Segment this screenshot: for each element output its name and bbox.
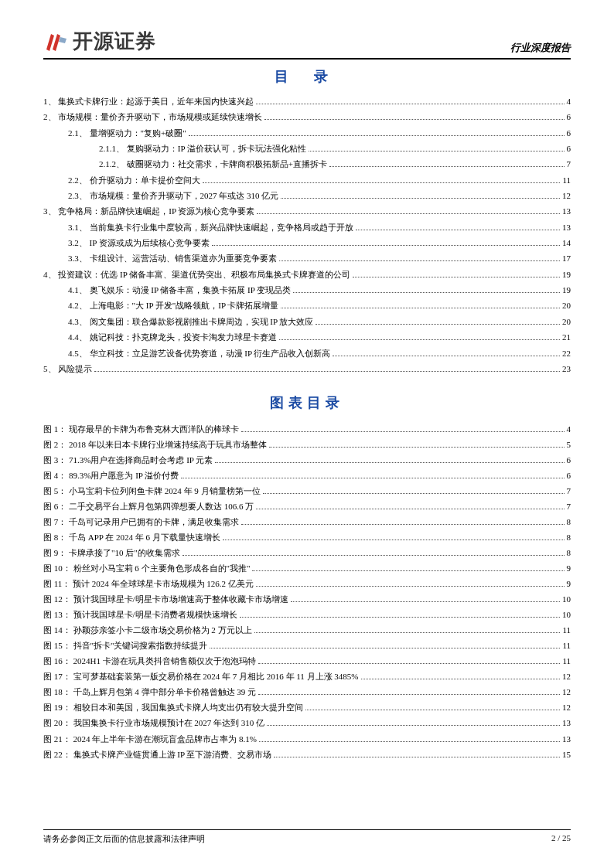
toc-entry-title: 4.5、 华立科技：立足游艺设备优势赛道，动漫 IP 衍生产品收入创新高 xyxy=(68,345,330,361)
toc-entry-page: 6 xyxy=(567,109,571,124)
figure-entry-title: 图 9： 卡牌承接了"10 后"的收集需求 xyxy=(43,545,180,560)
figure-entry-page: 7 xyxy=(567,483,571,499)
toc-dots xyxy=(94,371,560,372)
toc-entry-title: 4.4、 姚记科技：扑克牌龙头，投资卡淘发力球星卡赛道 xyxy=(68,329,277,345)
toc-entry[interactable]: 5、 风险提示23 xyxy=(43,361,571,376)
figure-entry-page: 15 xyxy=(562,747,571,762)
figure-entry[interactable]: 图 4： 89.3%用户愿意为 IP 溢价付费6 xyxy=(43,468,571,483)
toc-entry[interactable]: 1、 集换式卡牌行业：起源于美日，近年来国内快速兴起4 xyxy=(43,94,571,109)
toc-dots xyxy=(203,182,561,183)
figure-entry[interactable]: 图 21： 2024 年上半年卡游在潮玩盲盒品牌市占率为 8.1%13 xyxy=(43,731,571,747)
toc-dots xyxy=(356,230,561,230)
figure-entry-page: 7 xyxy=(567,499,571,514)
figure-entry[interactable]: 图 11： 预计 2024 年全球球星卡市场规模为 126.2 亿美元9 xyxy=(43,576,571,591)
toc-entry-title: 2.1.2、 破圈驱动力：社交需求，卡牌商积极拓新品+直播拆卡 xyxy=(99,156,327,172)
figure-entry[interactable]: 图 10： 粉丝对小马宝莉 6 个主要角色形成各自的"我推"9 xyxy=(43,560,571,576)
figure-entry[interactable]: 图 13： 预计我国球星卡/明星卡消费者规模快速增长10 xyxy=(43,607,571,622)
toc-entry-title: 3.3、 卡组设计、运营活动、销售渠道亦为重要竞争要素 xyxy=(68,250,277,266)
figure-entry[interactable]: 图 15： 抖音"拆卡"关键词搜索指数持续提升11 xyxy=(43,638,571,653)
toc-dots xyxy=(361,679,560,679)
figure-entry[interactable]: 图 8： 千岛 APP 在 2024 年 6 月下载量快速增长8 xyxy=(43,529,571,545)
toc-entry-page: 19 xyxy=(562,282,571,298)
toc-dots xyxy=(329,166,565,167)
toc-entry-title: 3.2、 IP 资源或成为后续核心竞争要素 xyxy=(68,235,210,250)
figure-entry[interactable]: 图 9： 卡牌承接了"10 后"的收集需求8 xyxy=(43,545,571,560)
toc-entry[interactable]: 4.4、 姚记科技：扑克牌龙头，投资卡淘发力球星卡赛道21 xyxy=(43,329,571,345)
toc-entry-page: 14 xyxy=(562,235,571,250)
toc-dots xyxy=(182,555,565,556)
toc-entry[interactable]: 3、 竞争格局：新品牌快速崛起，IP 资源为核心竞争要素13 xyxy=(43,203,571,219)
toc-dots xyxy=(281,308,560,308)
footer-disclaimer: 请务必参阅正文后面的信息披露和法律声明 xyxy=(43,833,205,845)
toc-entry[interactable]: 4.5、 华立科技：立足游艺设备优势赛道，动漫 IP 衍生产品收入创新高22 xyxy=(43,345,571,361)
toc-entry[interactable]: 2.2、 价升驱动力：单卡提价空间大11 xyxy=(43,172,571,188)
toc-entry-title: 2、 市场规模：量价齐升驱动下，市场规模或延续快速增长 xyxy=(43,109,262,124)
toc-entry[interactable]: 4、 投资建议：优选 IP 储备丰富、渠道优势突出、积极布局集换式卡牌赛道的公司… xyxy=(43,267,571,282)
toc-entry-page: 13 xyxy=(562,203,571,219)
figure-entry[interactable]: 图 5： 小马宝莉卡位列闲鱼卡牌 2024 年 9 月销量榜第一位7 xyxy=(43,483,571,499)
figure-entry[interactable]: 图 12： 预计我国球星卡/明星卡市场增速高于整体收藏卡市场增速10 xyxy=(43,591,571,607)
figure-list: 图 1： 现存最早的卡牌为布鲁克林大西洋队的棒球卡4图 2： 2018 年以来日… xyxy=(43,421,571,761)
figure-entry-title: 图 3： 71.3%用户在选择商品时会考虑 IP 元素 xyxy=(43,452,213,468)
toc-entry[interactable]: 3.1、 当前集换卡行业集中度较高，新兴品牌快速崛起，竞争格局或趋于开放13 xyxy=(43,220,571,235)
figure-entry[interactable]: 图 20： 我国集换卡行业市场规模预计在 2027 年达到 310 亿13 xyxy=(43,715,571,730)
toc-entry-title: 4.2、 上海电影："大 IP 开发"战略领航，IP 卡牌拓展增量 xyxy=(68,298,278,313)
toc-dots xyxy=(241,524,565,525)
figure-index-heading: 图表目录 xyxy=(43,393,571,412)
toc-dots xyxy=(256,586,565,587)
figure-entry-title: 图 16： 2024H1 卡游在玩具类抖音销售额仅次于泡泡玛特 xyxy=(43,653,256,669)
toc-heading: 目 录 xyxy=(43,67,571,86)
figure-entry-title: 图 14： 孙颖莎亲签小卡二级市场交易价格为 2 万元以上 xyxy=(43,622,252,638)
figure-entry[interactable]: 图 22： 集换式卡牌产业链贯通上游 IP 至下游消费、交易市场15 xyxy=(43,747,571,762)
toc-dots xyxy=(279,260,561,261)
toc-entry[interactable]: 4.3、 阅文集团：联合爆款影视剧推出卡牌周边，实现 IP 放大效应20 xyxy=(43,314,571,329)
toc-dots xyxy=(263,493,565,494)
toc-dots xyxy=(353,277,560,277)
toc-entry[interactable]: 4.2、 上海电影："大 IP 开发"战略领航，IP 卡牌拓展增量20 xyxy=(43,298,571,313)
toc-dots xyxy=(305,710,561,710)
toc-entry[interactable]: 2.1、 量增驱动力："复购+破圈"6 xyxy=(43,125,571,141)
toc-entry[interactable]: 2.3、 市场规模：量价齐升驱动下，2027 年或达 310 亿元12 xyxy=(43,188,571,203)
toc-entry[interactable]: 2、 市场规模：量价齐升驱动下，市场规模或延续快速增长6 xyxy=(43,109,571,124)
toc-entry-page: 20 xyxy=(562,314,571,329)
toc-dots xyxy=(254,632,561,633)
toc-entry[interactable]: 2.1.2、 破圈驱动力：社交需求，卡牌商积极拓新品+直播拆卡7 xyxy=(43,156,571,172)
figure-entry[interactable]: 图 7： 千岛可记录用户已拥有的卡牌，满足收集需求8 xyxy=(43,514,571,529)
toc-entry-page: 23 xyxy=(562,361,571,376)
figure-entry-page: 5 xyxy=(567,437,571,452)
toc-entry[interactable]: 2.1.1、 复购驱动力：IP 溢价获认可，拆卡玩法强化粘性6 xyxy=(43,141,571,156)
figure-entry-page: 13 xyxy=(562,731,571,747)
figure-entry-page: 9 xyxy=(567,560,571,576)
figure-entry[interactable]: 图 18： 千岛上辉月包第 4 弹中部分单卡价格曾触达 39 元12 xyxy=(43,684,571,700)
logo-icon xyxy=(43,29,68,54)
toc-entry-page: 19 xyxy=(562,267,571,282)
toc-entry-title: 2.3、 市场规模：量价齐升驱动下，2027 年或达 310 亿元 xyxy=(68,188,278,203)
figure-entry[interactable]: 图 17： 宝可梦基础套装第一版交易价格在 2024 年 7 月相比 2016 … xyxy=(43,669,571,684)
toc-dots xyxy=(252,570,564,571)
toc-entry-title: 4.1、 奥飞娱乐：动漫 IP 储备丰富，集换卡拓展 IP 变现品类 xyxy=(68,282,291,298)
toc-entry[interactable]: 4.1、 奥飞娱乐：动漫 IP 储备丰富，集换卡拓展 IP 变现品类19 xyxy=(43,282,571,298)
toc-entry-page: 20 xyxy=(562,298,571,313)
figure-entry[interactable]: 图 2： 2018 年以来日本卡牌行业增速持续高于玩具市场整体5 xyxy=(43,437,571,452)
figure-entry-title: 图 15： 抖音"拆卡"关键词搜索指数持续提升 xyxy=(43,638,207,653)
figure-entry-page: 11 xyxy=(562,638,571,653)
figure-entry[interactable]: 图 1： 现存最早的卡牌为布鲁克林大西洋队的棒球卡4 xyxy=(43,421,571,437)
toc-entry[interactable]: 3.3、 卡组设计、运营活动、销售渠道亦为重要竞争要素17 xyxy=(43,250,571,266)
toc-list: 1、 集换式卡牌行业：起源于美日，近年来国内快速兴起42、 市场规模：量价齐升驱… xyxy=(43,94,571,376)
figure-entry[interactable]: 图 3： 71.3%用户在选择商品时会考虑 IP 元素6 xyxy=(43,452,571,468)
toc-dots xyxy=(181,478,564,478)
figure-entry-title: 图 4： 89.3%用户愿意为 IP 溢价付费 xyxy=(43,468,179,483)
toc-entry-title: 5、 风险提示 xyxy=(43,361,92,376)
toc-entry-page: 7 xyxy=(567,156,571,172)
figure-entry[interactable]: 图 6： 二手交易平台上辉月包第四弹想要人数达 106.6 万7 xyxy=(43,499,571,514)
toc-dots xyxy=(269,447,565,448)
figure-entry[interactable]: 图 14： 孙颖莎亲签小卡二级市场交易价格为 2 万元以上11 xyxy=(43,622,571,638)
toc-dots xyxy=(258,694,560,695)
toc-entry[interactable]: 3.2、 IP 资源或成为后续核心竞争要素14 xyxy=(43,235,571,250)
figure-entry-page: 13 xyxy=(562,715,571,730)
figure-entry-title: 图 6： 二手交易平台上辉月包第四弹想要人数达 106.6 万 xyxy=(43,499,254,514)
figure-entry[interactable]: 图 19： 相较日本和美国，我国集换式卡牌人均支出仍有较大提升空间12 xyxy=(43,700,571,715)
figure-entry[interactable]: 图 16： 2024H1 卡游在玩具类抖音销售额仅次于泡泡玛特11 xyxy=(43,653,571,669)
figure-entry-page: 8 xyxy=(567,514,571,529)
figure-entry-title: 图 20： 我国集换卡行业市场规模预计在 2027 年达到 310 亿 xyxy=(43,715,264,730)
